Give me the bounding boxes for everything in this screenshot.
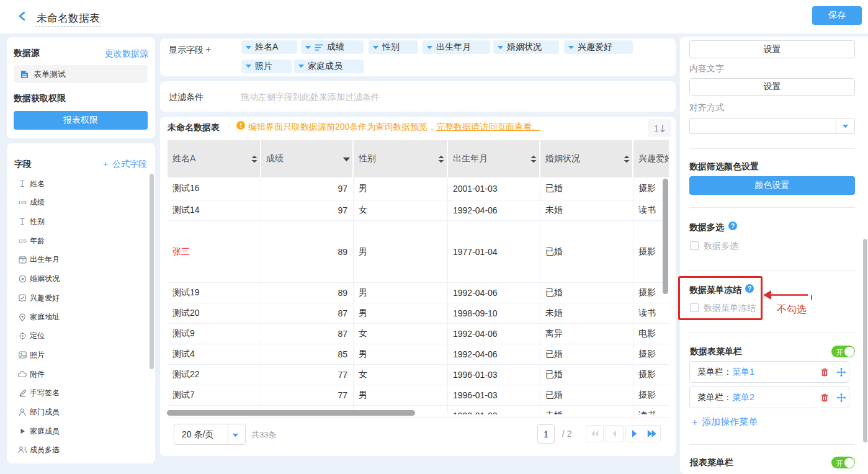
- svg-text:7: 7: [21, 258, 24, 262]
